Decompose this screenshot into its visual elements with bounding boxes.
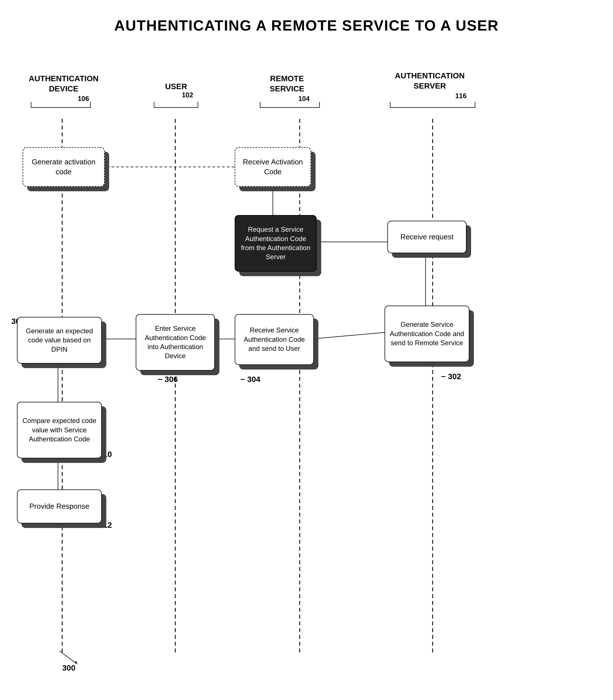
receive-request-box: Receive request <box>387 221 467 253</box>
ref-300: 300 <box>62 663 76 673</box>
page-title: AUTHENTICATING A REMOTE SERVICE TO A USE… <box>0 0 613 45</box>
generate-activation-box: Generate activation code <box>23 147 105 187</box>
provide-response-box: Provide Response <box>17 489 102 523</box>
col-header-user: USER 102 <box>154 82 199 99</box>
diagram-svg <box>0 45 613 696</box>
compare-expected-box: Compare expected code value with Service… <box>17 402 102 458</box>
receive-activation-box: Receive Activation Code <box>235 147 311 187</box>
ref-304: ~ 304 <box>240 375 260 384</box>
ref-306: ~ 306 <box>158 375 178 384</box>
col-header-auth-device: AUTHENTICATION DEVICE 106 <box>24 74 103 103</box>
ref-302: ~ 302 <box>441 372 461 381</box>
request-sac-box: Request a Service Authentication Code fr… <box>235 215 317 272</box>
receive-sac-user-box: Receive Service Authentication Code and … <box>235 314 314 365</box>
enter-sac-box: Enter Service Authentication Code into A… <box>136 314 215 371</box>
generate-expected-box: Generate an expected code value based on… <box>17 317 102 364</box>
svg-line-12 <box>311 332 384 339</box>
generate-sac-remote-box: Generate Service Authentication Code and… <box>384 306 469 362</box>
diagram-area: AUTHENTICATION DEVICE 106 USER 102 REMOT… <box>0 45 613 696</box>
col-header-remote-service: REMOTE SERVICE 104 <box>256 74 318 103</box>
col-header-auth-server: AUTHENTICATION SERVER 116 <box>387 71 472 100</box>
svg-line-23 <box>60 651 76 663</box>
